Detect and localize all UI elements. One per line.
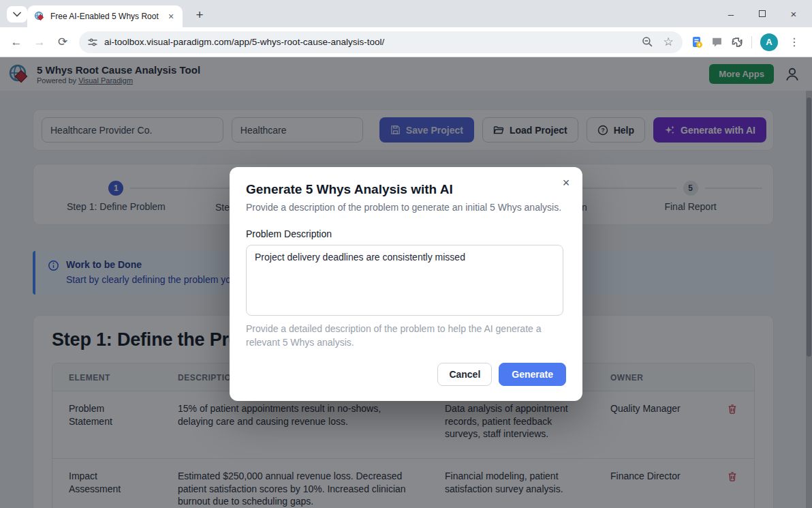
tab-title: Free AI-Enabled 5 Whys Root C bbox=[50, 12, 161, 21]
extensions-icon[interactable] bbox=[731, 36, 743, 48]
address-bar[interactable]: ai-toolbox.visual-paradigm.com/app/5-why… bbox=[79, 31, 683, 53]
browser-menu-icon[interactable]: ⋮ bbox=[786, 35, 802, 48]
zoom-out-icon[interactable] bbox=[640, 35, 655, 50]
window-maximize-button[interactable] bbox=[747, 0, 778, 27]
divider bbox=[751, 36, 752, 48]
docs-offline-icon[interactable] bbox=[691, 36, 703, 48]
browser-navbar: ← → ⟳ ai-toolbox.visual-paradigm.com/app… bbox=[0, 27, 812, 57]
modal-footer: Cancel Generate bbox=[437, 363, 566, 386]
modal-title: Generate 5 Whys Analysis with AI bbox=[246, 182, 566, 197]
generate-button[interactable]: Generate bbox=[499, 363, 566, 386]
tab-search-button[interactable] bbox=[7, 6, 27, 23]
modal-helper-text: Provide a detailed description of the pr… bbox=[246, 322, 546, 350]
tab-close-icon[interactable]: × bbox=[165, 10, 177, 23]
problem-description-textarea[interactable]: Project delivery deadlines are consisten… bbox=[246, 245, 563, 316]
chevron-down-icon bbox=[13, 12, 21, 17]
reload-button[interactable]: ⟳ bbox=[52, 31, 74, 53]
forward-button[interactable]: → bbox=[29, 31, 50, 53]
url-text: ai-toolbox.visual-paradigm.com/app/5-why… bbox=[104, 37, 634, 47]
browser-tab-strip: Free AI-Enabled 5 Whys Root C × + – × bbox=[0, 0, 812, 27]
modal-close-button[interactable]: × bbox=[558, 175, 574, 191]
modal-subtitle: Provide a description of the problem to … bbox=[246, 202, 566, 213]
problem-description-label: Problem Description bbox=[246, 228, 566, 239]
comment-icon[interactable] bbox=[711, 36, 723, 48]
site-favicon-icon bbox=[34, 11, 45, 22]
maximize-icon bbox=[759, 10, 766, 17]
window-controls: – × bbox=[715, 0, 809, 27]
site-settings-icon[interactable] bbox=[87, 37, 98, 48]
new-tab-button[interactable]: + bbox=[191, 6, 208, 24]
generate-ai-modal: × Generate 5 Whys Analysis with AI Provi… bbox=[230, 167, 582, 401]
chrome-actions: A ⋮ bbox=[688, 33, 807, 51]
window-close-button[interactable]: × bbox=[778, 0, 809, 27]
back-button[interactable]: ← bbox=[5, 31, 27, 53]
cancel-button[interactable]: Cancel bbox=[437, 363, 492, 386]
browser-tab[interactable]: Free AI-Enabled 5 Whys Root C × bbox=[27, 5, 183, 27]
window-minimize-button[interactable]: – bbox=[715, 0, 747, 27]
profile-avatar[interactable]: A bbox=[760, 33, 778, 51]
bookmark-star-icon[interactable]: ☆ bbox=[661, 35, 676, 50]
